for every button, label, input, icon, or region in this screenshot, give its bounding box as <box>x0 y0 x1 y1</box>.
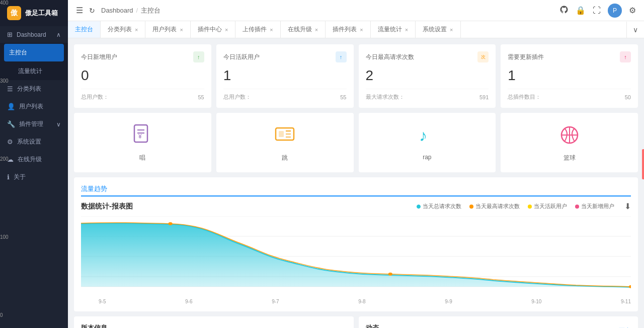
x-label-9-10: 9-10 <box>531 299 541 304</box>
stat-card-new-users-header: 今日新增用户 ↑ <box>81 51 204 62</box>
tab-user-list-close[interactable]: × <box>180 27 183 33</box>
breadcrumb-home[interactable]: Dashboard <box>101 7 133 14</box>
chart-svg-container: 9-5 9-6 9-7 9-8 9-9 9-10 9-11 <box>81 216 631 304</box>
legend-total-requests-dot <box>417 205 421 209</box>
legend-active-users-dot <box>528 205 532 209</box>
stat-update-plugins-sub-label: 总插件数目： <box>508 93 541 101</box>
chart-wrapper: 400 300 200 100 0 <box>81 216 631 304</box>
category-card-rap[interactable]: ♪ rap <box>359 113 496 172</box>
stat-card-active-users-icon: ↑ <box>336 51 347 62</box>
stat-card-new-users-footer: 总用户数： 55 <box>81 89 204 101</box>
bottom-grid: 版本信息 程序名称 傲足工具箱 作者 Pluto 动态 更多 <box>74 316 638 328</box>
tab-user-list[interactable]: 用户列表 × <box>145 21 190 38</box>
category-basketball-label: 篮球 <box>564 154 576 162</box>
legend-active-users-label: 当天活跃用户 <box>534 203 567 210</box>
topbar-right: 🔒 ⛶ P ⚙ <box>559 4 636 18</box>
svg-point-18 <box>169 222 173 225</box>
sidebar-item-dashboard-label: Dashboard <box>17 31 46 38</box>
stat-peak-requests-sub-value: 591 <box>479 94 489 100</box>
legend-new-users-label: 当天新增用户 <box>581 203 614 210</box>
content-area: 今日新增用户 ↑ 0 总用户数： 55 今日活跃用户 ↑ 1 总用户数： 55 <box>68 38 644 328</box>
topbar: ☰ ↻ Dashboard / 主控台 🔒 ⛶ P ⚙ <box>68 0 644 21</box>
fullscreen-icon[interactable]: ⛶ <box>593 6 601 15</box>
sidebar-item-user-label: 用户列表 <box>19 102 43 111</box>
stat-card-active-users-value: 1 <box>223 68 347 84</box>
tab-plugin-list-close[interactable]: × <box>360 27 363 33</box>
chart-svg <box>81 216 631 297</box>
gear-icon[interactable]: ⚙ <box>629 6 636 15</box>
x-label-9-8: 9-8 <box>358 299 365 304</box>
dynamic-header: 动态 更多 <box>366 323 631 328</box>
legend-new-users: 当天新增用户 <box>575 203 614 210</box>
sidebar-item-plugin-label: 插件管理 <box>19 120 43 128</box>
stat-card-new-users: 今日新增用户 ↑ 0 总用户数： 55 <box>74 44 211 108</box>
chart-x-labels: 9-5 9-6 9-7 9-8 9-9 9-10 9-11 <box>81 299 631 304</box>
chart-sub-title: 数据统计-报表图 <box>81 202 133 211</box>
legend-peak-requests: 当天最高请求次数 <box>469 203 520 210</box>
stat-card-update-plugins-title: 需要更新插件 <box>508 53 544 61</box>
stats-grid: 今日新增用户 ↑ 0 总用户数： 55 今日活跃用户 ↑ 1 总用户数： 55 <box>74 44 638 108</box>
category-rap-icon: ♪ <box>415 123 439 149</box>
refresh-icon[interactable]: ↻ <box>89 7 95 15</box>
tab-upload-plugin-close[interactable]: × <box>270 27 273 33</box>
breadcrumb: Dashboard / 主控台 <box>101 6 160 15</box>
download-icon[interactable]: ⬇ <box>624 202 631 211</box>
stat-card-update-plugins-footer: 总插件数目： 50 <box>508 89 631 101</box>
tab-online-upgrade-label: 在线升级 <box>288 25 312 34</box>
chart-header: 数据统计-报表图 当天总请求次数 当天最高请求次数 当天 <box>81 202 631 211</box>
tab-online-upgrade[interactable]: 在线升级 × <box>281 21 326 38</box>
tab-system-settings-label: 系统设置 <box>423 25 447 34</box>
lock-icon[interactable]: 🔒 <box>576 6 586 15</box>
tab-category-list-close[interactable]: × <box>135 27 138 33</box>
stat-peak-requests-sub-label: 最大请求次数： <box>366 93 405 101</box>
tab-online-upgrade-close[interactable]: × <box>315 27 318 33</box>
menu-icon[interactable]: ☰ <box>76 6 83 15</box>
tab-plugin-list[interactable]: 插件列表 × <box>326 21 370 38</box>
tab-main-control[interactable]: 主控台 <box>68 21 101 38</box>
tab-category-list[interactable]: 分类列表 × <box>101 21 145 38</box>
svg-rect-5 <box>279 131 284 137</box>
sidebar-item-traffic-stats-label: 流量统计 <box>18 67 42 76</box>
tabs-bar: 主控台 分类列表 × 用户列表 × 插件中心 × 上传插件 × 在线升级 × 插… <box>68 21 644 38</box>
tab-traffic-stats[interactable]: 流量统计 × <box>371 21 416 38</box>
tab-upload-plugin[interactable]: 上传插件 × <box>235 21 280 38</box>
sidebar-item-upgrade-label: 在线升级 <box>18 155 42 164</box>
category-card-basketball[interactable]: 篮球 <box>501 113 638 172</box>
sidebar-item-category-label: 分类列表 <box>17 85 41 93</box>
svg-rect-4 <box>276 128 294 140</box>
logo-text: 傲足工具箱 <box>25 9 58 18</box>
category-dance-icon <box>273 123 297 149</box>
legend-peak-requests-label: 当天最高请求次数 <box>475 203 520 210</box>
x-label-9-11: 9-11 <box>621 299 631 304</box>
topbar-left: ☰ ↻ Dashboard / 主控台 <box>76 6 160 15</box>
tab-traffic-stats-close[interactable]: × <box>405 27 408 33</box>
tab-plugin-center[interactable]: 插件中心 × <box>191 21 235 38</box>
svg-point-20 <box>629 285 631 288</box>
category-card-sing[interactable]: ¥ 唱 <box>74 113 211 172</box>
sidebar-item-about-label: 关于 <box>14 173 26 181</box>
version-info-card: 版本信息 程序名称 傲足工具箱 作者 Pluto <box>74 316 354 328</box>
breadcrumb-current: 主控台 <box>141 6 160 15</box>
dynamic-more-button[interactable]: 更多 <box>619 326 631 329</box>
stat-new-users-sub-value: 55 <box>198 94 204 100</box>
tab-plugin-center-close[interactable]: × <box>225 27 228 33</box>
main-area: ☰ ↻ Dashboard / 主控台 🔒 ⛶ P ⚙ 主控台 分类列表 × <box>68 0 644 328</box>
legend-new-users-dot <box>575 205 579 209</box>
stat-card-new-users-value: 0 <box>81 68 204 84</box>
github-icon[interactable] <box>559 5 569 16</box>
avatar[interactable]: P <box>608 4 622 18</box>
tab-system-settings[interactable]: 系统设置 × <box>416 21 460 38</box>
tab-system-settings-close[interactable]: × <box>450 27 453 33</box>
category-card-dance[interactable]: 跳 <box>216 113 354 172</box>
stat-card-active-users-header: 今日活跃用户 ↑ <box>223 51 347 62</box>
tabs-expand-button[interactable]: ∨ <box>626 22 644 38</box>
chart-section-title: 流量趋势 <box>81 184 631 196</box>
tab-user-list-label: 用户列表 <box>152 25 177 34</box>
legend-total-requests: 当天总请求次数 <box>417 203 461 210</box>
x-label-9-6: 9-6 <box>185 299 192 304</box>
stat-active-users-sub-value: 55 <box>340 94 346 100</box>
chart-legend: 当天总请求次数 当天最高请求次数 当天活跃用户 当天新增用户 <box>417 203 614 210</box>
tab-main-control-label: 主控台 <box>75 25 93 34</box>
legend-total-requests-label: 当天总请求次数 <box>423 203 461 210</box>
stat-active-users-sub-label: 总用户数： <box>223 93 251 101</box>
